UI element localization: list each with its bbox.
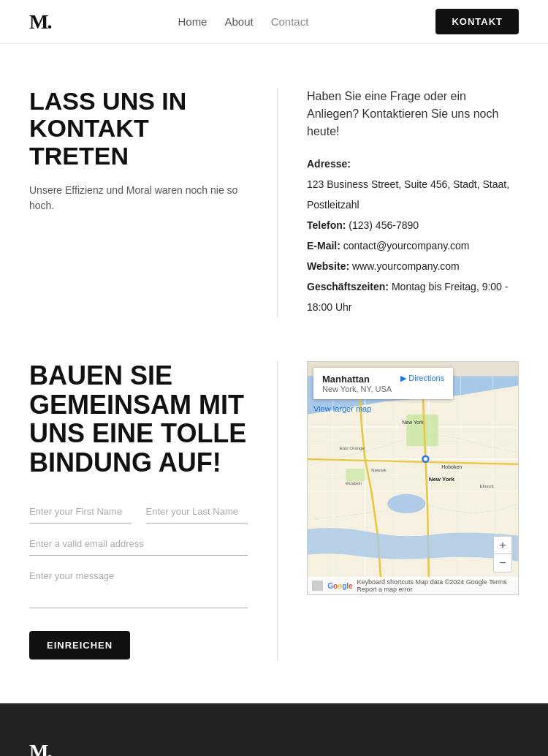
- nav-about[interactable]: About: [224, 15, 253, 28]
- svg-text:Hoboken: Hoboken: [441, 464, 462, 469]
- section1-heading: LASS UNS IN KONTAKT TRETEN: [29, 88, 248, 170]
- nav-links: Home About Contact: [178, 15, 308, 28]
- svg-text:Newark: Newark: [371, 467, 387, 472]
- email-line: E-Mail: contact@yourcompany.com: [307, 235, 519, 256]
- svg-point-26: [424, 457, 427, 461]
- svg-text:New York: New York: [402, 420, 424, 425]
- form-name-row: [29, 500, 248, 523]
- website-label: Website:: [307, 260, 349, 272]
- website-line: Website: www.yourcompany.com: [307, 256, 519, 276]
- section-contact-info: LASS UNS IN KONTAKT TRETEN Unsere Effizi…: [29, 88, 519, 317]
- last-name-input[interactable]: [146, 500, 248, 523]
- form-message-row: [29, 564, 248, 611]
- hours-label: Geschäftszeiten:: [307, 281, 389, 292]
- section2-left: BAUEN SIE GEMEINSAM MIT UNS EINE TOLLE B…: [29, 361, 278, 659]
- zoom-in-button[interactable]: +: [494, 537, 511, 554]
- website-value: www.yourcompany.com: [352, 260, 460, 272]
- map-info-overlay: Manhattan New York, NY, USA ▶ Directions: [313, 368, 453, 399]
- map-place-sub: New York, NY, USA: [322, 385, 392, 393]
- message-textarea[interactable]: [29, 564, 248, 608]
- directions-icon: ▶: [400, 374, 406, 382]
- section-form-map: BAUEN SIE GEMEINSAM MIT UNS EINE TOLLE B…: [29, 361, 519, 703]
- email-input[interactable]: [29, 532, 248, 556]
- telefon-line: Telefon: (123) 456-7890: [307, 215, 519, 235]
- submit-button[interactable]: EINREICHEN: [29, 631, 130, 659]
- tagline: Haben Sie eine Frage oder ein Anliegen? …: [307, 88, 519, 140]
- svg-text:Elizabeth: Elizabeth: [346, 481, 362, 485]
- svg-rect-16: [346, 469, 365, 481]
- view-larger-map[interactable]: View larger map: [313, 404, 371, 413]
- map-footer-text: Keyboard shortcuts Map data ©2024 Google…: [357, 578, 514, 593]
- contact-form: EINREICHEN: [29, 500, 248, 659]
- form-email-row: [29, 532, 248, 556]
- contact-info: Adresse: 123 Business Street, Suite 456,…: [307, 154, 519, 317]
- main-content: LASS UNS IN KONTAKT TRETEN Unsere Effizi…: [0, 44, 548, 703]
- hours-line: Geschäftszeiten: Montag bis Freitag, 9:0…: [307, 276, 519, 317]
- telefon-value: (123) 456-7890: [349, 219, 419, 231]
- map-place-name: Manhattan: [322, 374, 392, 385]
- nav-home[interactable]: Home: [178, 15, 207, 28]
- logo[interactable]: M.: [29, 10, 50, 34]
- directions-label[interactable]: Directions: [408, 374, 444, 382]
- address-value: 123 Business Street, Suite 456, Stadt, S…: [307, 178, 509, 211]
- svg-text:New York: New York: [429, 476, 455, 483]
- address-line: Adresse: 123 Business Street, Suite 456,…: [307, 154, 519, 215]
- svg-text:East Orange: East Orange: [340, 445, 365, 450]
- google-logo: Google: [327, 582, 352, 590]
- first-name-input[interactable]: [29, 500, 132, 523]
- kontakt-button[interactable]: KONTAKT: [435, 9, 519, 34]
- section1-subtext: Unsere Effizienz und Moral waren noch ni…: [29, 183, 248, 213]
- map-footer: Google Keyboard shortcuts Map data ©2024…: [308, 577, 518, 594]
- svg-text:Elmont: Elmont: [480, 483, 494, 488]
- email-label: E-Mail:: [307, 240, 340, 252]
- email-value: contact@yourcompany.com: [343, 240, 470, 252]
- address-label: Adresse:: [307, 158, 351, 170]
- navbar: M. Home About Contact KONTAKT: [0, 0, 548, 44]
- svg-point-17: [387, 494, 425, 513]
- zoom-out-button[interactable]: −: [494, 554, 511, 572]
- section1-right: Haben Sie eine Frage oder ein Anliegen? …: [278, 88, 519, 317]
- nav-contact[interactable]: Contact: [271, 15, 309, 28]
- telefon-label: Telefon:: [307, 219, 346, 231]
- section2-heading: BAUEN SIE GEMEINSAM MIT UNS EINE TOLLE B…: [29, 361, 248, 477]
- section2-right: New York Newark Elizabeth Hoboken New Yo…: [278, 361, 519, 659]
- map-zoom-controls: + −: [493, 536, 512, 572]
- map-container: New York Newark Elizabeth Hoboken New Yo…: [307, 361, 519, 595]
- section1-left: LASS UNS IN KONTAKT TRETEN Unsere Effizi…: [29, 88, 278, 317]
- footer: M. ADRESSE 123 Business Street, Suite 45…: [0, 703, 548, 756]
- footer-logo: M.: [29, 740, 519, 756]
